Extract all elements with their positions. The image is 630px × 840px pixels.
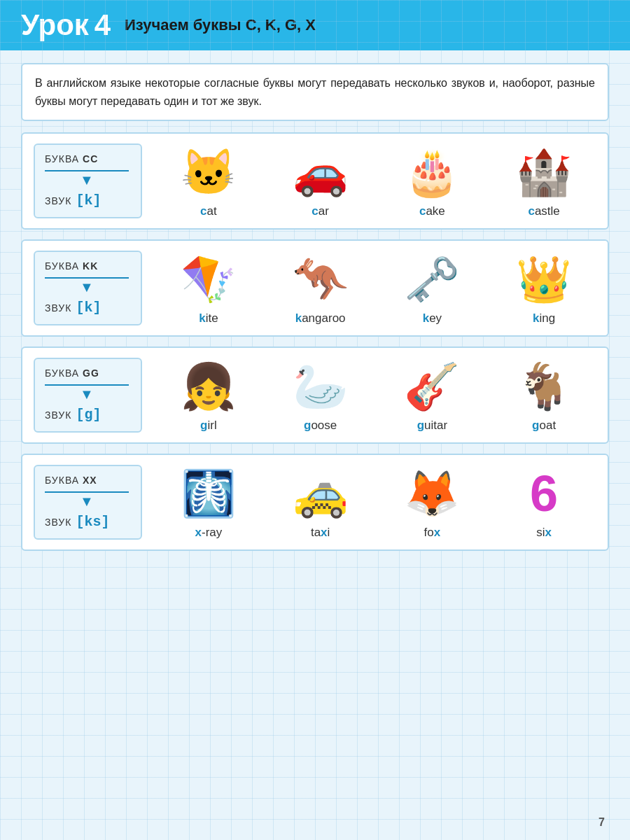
- main-content: В английском языке некоторые согласные б…: [0, 63, 630, 575]
- guitar-icon: 🎸: [404, 358, 460, 414]
- arrow-line-kk: ▼: [45, 276, 131, 294]
- arrow-down-xx: ▼: [80, 494, 94, 508]
- taxi-icon: 🚕: [293, 465, 349, 522]
- cake-label: cake: [419, 204, 445, 218]
- six-icon: 6: [530, 465, 558, 522]
- info-box: В английском языке некоторые согласные б…: [21, 63, 609, 121]
- taxi-label: taxi: [311, 526, 330, 540]
- zvuk-row-cc: ЗВУК [k]: [45, 192, 101, 209]
- lesson-number: 4: [94, 8, 111, 41]
- castle-icon: 🏰: [516, 144, 572, 200]
- bukva-label-gg: БУКВА Gg: [45, 368, 99, 379]
- xray-label: x-ray: [195, 526, 223, 540]
- letter-box-cc: БУКВА Cc ▼ ЗВУК [k]: [34, 144, 142, 218]
- word-king: 👑 king: [509, 251, 579, 326]
- section-cc: БУКВА Cc ▼ ЗВУК [k] 🐱 cat 🚗: [21, 132, 609, 230]
- section-xx: БУКВА Xx ▼ ЗВУК [ks] 🩻 x-ray 🚕: [21, 454, 609, 551]
- word-taxi: 🚕 taxi: [286, 465, 356, 540]
- kangaroo-icon: 🦘: [293, 251, 349, 307]
- king-label: king: [533, 312, 555, 326]
- arrow-down-kk: ▼: [80, 280, 94, 294]
- zvuk-label-cc: ЗВУК: [45, 195, 71, 206]
- zvuk-value-cc: [k]: [76, 192, 101, 209]
- lesson-word: Урок: [21, 8, 89, 41]
- fox-label: fox: [424, 526, 441, 540]
- castle-label: castle: [528, 204, 559, 218]
- page-number: 7: [598, 816, 605, 829]
- page: Урок 4 Изучаем буквы C, K, G, X В англий…: [0, 0, 630, 840]
- fox-icon: 🦊: [404, 465, 460, 522]
- word-fox: 🦊 fox: [397, 465, 467, 540]
- word-kangaroo: 🦘 kangaroo: [286, 251, 356, 326]
- word-goose: 🦢 goose: [286, 358, 356, 433]
- word-xray: 🩻 x-ray: [174, 465, 244, 540]
- arrow-down-gg: ▼: [80, 387, 94, 401]
- goose-label: goose: [304, 419, 337, 433]
- bukva-label-cc: БУКВА Cc: [45, 153, 98, 164]
- blue-line-cc: [45, 170, 129, 172]
- info-text: В английском языке некоторые согласные б…: [35, 77, 595, 107]
- key-icon: 🗝️: [404, 251, 460, 307]
- zvuk-label-gg: ЗВУК: [45, 410, 71, 421]
- girl-label: girl: [200, 419, 217, 433]
- girl-icon: 👧: [181, 358, 237, 414]
- car-icon: 🚗: [293, 144, 349, 200]
- zvuk-label-kk: ЗВУК: [45, 302, 71, 314]
- lesson-label: Урок 4: [21, 8, 111, 42]
- section-gg: БУКВА Gg ▼ ЗВУК [g] 👧 girl 🦢: [21, 346, 609, 444]
- page-title: Изучаем буквы C, K, G, X: [125, 16, 316, 34]
- xray-icon: 🩻: [181, 465, 237, 522]
- kangaroo-label: kangaroo: [295, 312, 346, 326]
- king-icon: 👑: [516, 251, 572, 307]
- arrow-line-xx: ▼: [45, 490, 131, 508]
- letter-box-xx: БУКВА Xx ▼ ЗВУК [ks]: [34, 465, 142, 540]
- arrow-line-gg: ▼: [45, 383, 131, 401]
- word-cake: 🎂 cake: [397, 144, 467, 218]
- words-xx: 🩻 x-ray 🚕 taxi 🦊 fox 6 six: [156, 465, 596, 540]
- word-goat: 🐐 goat: [509, 358, 579, 433]
- key-label: key: [423, 312, 442, 326]
- cat-icon: 🐱: [181, 144, 237, 200]
- word-castle: 🏰 castle: [509, 144, 579, 218]
- goat-icon: 🐐: [516, 358, 572, 414]
- zvuk-value-xx: [ks]: [76, 514, 109, 530]
- word-girl: 👧 girl: [174, 358, 244, 433]
- word-key: 🗝️ key: [397, 251, 467, 326]
- bukva-label-kk: БУКВА Kk: [45, 260, 98, 272]
- blue-line-kk: [45, 277, 129, 279]
- arrow-line-cc: ▼: [45, 169, 131, 187]
- zvuk-label-xx: ЗВУК: [45, 517, 71, 528]
- guitar-label: guitar: [417, 419, 447, 433]
- blue-line-gg: [45, 384, 129, 386]
- blue-line-xx: [45, 491, 129, 493]
- bukva-label-xx: БУКВА Xx: [45, 475, 97, 486]
- words-gg: 👧 girl 🦢 goose 🎸 guitar 🐐 goat: [156, 358, 596, 433]
- word-kite: 🪁 kite: [174, 251, 244, 326]
- section-kk: БУКВА Kk ▼ ЗВУК [k] 🪁 kite 🦘: [21, 239, 609, 337]
- word-cat: 🐱 cat: [174, 144, 244, 218]
- letter-box-kk: БУКВА Kk ▼ ЗВУК [k]: [34, 251, 142, 326]
- goat-label: goat: [532, 419, 556, 433]
- word-six: 6 six: [509, 465, 579, 540]
- letter-box-gg: БУКВА Gg ▼ ЗВУК [g]: [34, 358, 142, 433]
- six-label: six: [536, 526, 552, 540]
- kite-icon: 🪁: [181, 251, 237, 307]
- cake-icon: 🎂: [404, 144, 460, 200]
- words-kk: 🪁 kite 🦘 kangaroo 🗝️ key 👑 king: [156, 251, 596, 326]
- zvuk-row-gg: ЗВУК [g]: [45, 407, 101, 423]
- kite-label: kite: [199, 312, 218, 326]
- word-guitar: 🎸 guitar: [397, 358, 467, 433]
- car-label: car: [312, 204, 329, 218]
- goose-icon: 🦢: [293, 358, 349, 414]
- zvuk-row-xx: ЗВУК [ks]: [45, 514, 109, 530]
- words-cc: 🐱 cat 🚗 car 🎂 cake 🏰 castle: [156, 144, 596, 218]
- zvuk-value-kk: [k]: [76, 300, 101, 316]
- header: Урок 4 Изучаем буквы C, K, G, X: [0, 0, 630, 50]
- zvuk-row-kk: ЗВУК [k]: [45, 300, 101, 316]
- word-car: 🚗 car: [286, 144, 356, 218]
- cat-label: cat: [200, 204, 217, 218]
- arrow-down-cc: ▼: [80, 173, 94, 187]
- zvuk-value-gg: [g]: [76, 407, 101, 423]
